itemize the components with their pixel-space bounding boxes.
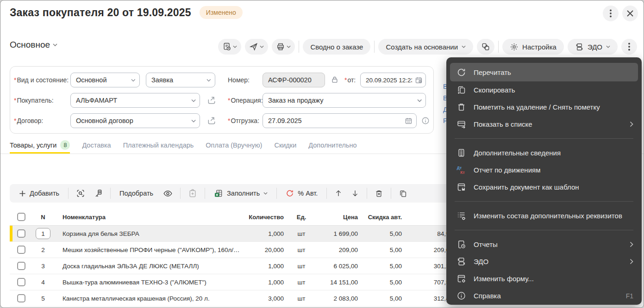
row-checkbox[interactable] [17,294,25,302]
customer-select[interactable] [70,93,200,108]
kind-select[interactable] [70,73,140,87]
header-more-button[interactable] [603,6,619,21]
cell-qty[interactable]: 1,000 [241,263,288,270]
row-checkbox[interactable] [17,278,25,286]
edo-button[interactable]: ЭДО [568,39,618,55]
info-icon[interactable] [421,117,430,125]
calendar-icon[interactable] [405,117,413,125]
shipment-date-field[interactable] [263,113,417,128]
auto-discount-button[interactable]: % Авт. [281,186,322,200]
menu-item-movements-report[interactable]: ДтКт Отчет по движениям [446,161,642,179]
settings-button[interactable]: Настройка [502,39,564,55]
cell-name[interactable]: Канистра металлическая крашеная (Россия)… [56,295,241,302]
customer-select-value[interactable] [76,97,188,104]
cell-price[interactable]: 2 083,00 [315,295,362,302]
open-customer-button[interactable] [206,94,218,106]
col-n[interactable]: N [30,214,56,221]
menu-item-edo[interactable]: ЭДО [446,253,642,270]
close-button[interactable] [622,6,638,21]
send-button[interactable] [245,39,268,55]
tab-payment-calendar[interactable]: Платежный календарь [123,139,194,154]
order-summary-button[interactable]: Сводно о заказе [303,39,370,55]
row-checkbox[interactable] [17,262,25,270]
menu-item-reread[interactable]: Перечитать [450,63,638,81]
menu-item-reports[interactable]: Отчеты [446,236,642,253]
cell-price[interactable]: 6 025,00 [315,263,362,270]
menu-item-mark-deletion[interactable]: Пометить на удаление / Снять пометку [446,99,642,116]
cell-unit[interactable]: шт [288,295,315,302]
cell-qty[interactable]: 20,000 [241,246,288,253]
cell-discount[interactable]: 5,00 [362,246,406,253]
cell-name[interactable]: Мешки хозяйственные ПРОФИ черные ("AVIKO… [56,246,241,253]
section-picker[interactable]: Основное [10,40,57,50]
print-button[interactable] [272,39,295,55]
col-qty[interactable]: Количество [241,214,288,221]
menu-item-edit-form[interactable]: Изменить форму... [446,270,642,287]
calendar-clock-icon[interactable] [415,76,423,84]
cell-name[interactable]: Доска гладильная ЭЛЬЗА ДЕ ЛЮКС (МЕТАЛЛ) [56,263,241,270]
cell-unit[interactable]: шт [288,230,315,237]
open-contract-button[interactable] [206,115,218,127]
contract-select-value[interactable] [76,117,188,124]
cell-price[interactable]: 209,00 [315,246,362,253]
create-based-on-button[interactable]: Создать на основании [378,39,473,55]
cell-discount[interactable]: 5,00 [362,230,406,237]
scan-search-button[interactable] [73,186,88,200]
menu-item-show-in-list[interactable]: Показать в списке [446,116,642,133]
cell-unit[interactable]: шт [288,279,315,286]
menu-item-label: Отчет по движениям [474,166,540,174]
copy-row-button[interactable] [395,186,411,200]
col-discount[interactable]: Скидка авт. [362,214,406,221]
add-row-button[interactable]: Добавить [14,186,64,200]
tab-payment-manual[interactable]: Оплата (Вручную) [206,139,262,154]
menu-item-save-as-template[interactable]: Сохранить документ как шаблон [446,179,642,196]
cell-name[interactable]: Корзина для белья ЗЕБРА [56,230,241,237]
cell-qty[interactable]: 1,000 [241,279,288,286]
kind-select-value[interactable] [76,76,128,84]
date-field[interactable] [360,73,426,87]
number-field[interactable] [263,73,325,87]
select-all-checkbox[interactable] [17,213,25,221]
tab-additional[interactable]: Дополнительно [308,139,356,154]
more-actions-button[interactable] [621,39,637,55]
cell-discount[interactable]: 5,00 [362,295,406,302]
state-select[interactable] [146,73,215,87]
menu-item-edit-additional-attributes[interactable]: Изменить состав дополнительных реквизито… [446,207,642,224]
row-checkbox[interactable] [17,229,25,238]
col-price[interactable]: Цена [315,214,362,221]
tab-discounts[interactable]: Скидки [274,139,296,154]
cell-qty[interactable]: 1,000 [241,230,288,237]
cell-unit[interactable]: шт [288,263,315,270]
tab-delivery[interactable]: Доставка [82,139,111,154]
cell-qty[interactable]: 3,000 [241,295,288,302]
menu-item-additional-info[interactable]: Дополнительные сведения [446,144,642,161]
cell-discount[interactable]: 5,00 [362,279,406,286]
move-up-button[interactable] [331,186,346,200]
col-name[interactable]: Номенклатура [56,214,241,221]
tab-goods-services[interactable]: Товары, услуги 8 [10,139,70,154]
state-select-value[interactable] [151,76,204,84]
menu-item-help[interactable]: Справка F1 [446,287,642,304]
cell-discount[interactable]: 5,00 [362,263,406,270]
cell-price[interactable]: 1 699,00 [315,230,362,237]
row-checkbox[interactable] [17,246,25,254]
paste-button[interactable] [185,186,200,200]
date-field-value[interactable] [366,77,412,84]
barcode-scanner-button[interactable] [90,186,106,200]
related-documents-button[interactable] [477,39,494,55]
cell-price[interactable]: 14 151,00 [315,279,362,286]
shipment-date-value[interactable] [268,117,402,124]
cell-unit[interactable]: шт [288,246,315,253]
operation-select[interactable] [263,93,426,108]
fill-button[interactable]: Заполнить [209,186,272,200]
print-forms-button[interactable] [218,39,241,55]
delete-row-button[interactable] [371,186,387,200]
move-down-button[interactable] [348,186,363,200]
col-unit[interactable]: Ед. [288,214,315,221]
pick-items-button[interactable]: Подобрать [115,186,158,200]
cell-name[interactable]: Вышка-тура алюминиевая ТЕХНО-3 ("АЛЮМЕТ"… [56,279,241,286]
menu-item-copy[interactable]: Скопировать [446,81,642,99]
view-button[interactable] [160,186,176,200]
operation-select-value[interactable] [268,97,414,104]
contract-select[interactable] [70,113,200,128]
